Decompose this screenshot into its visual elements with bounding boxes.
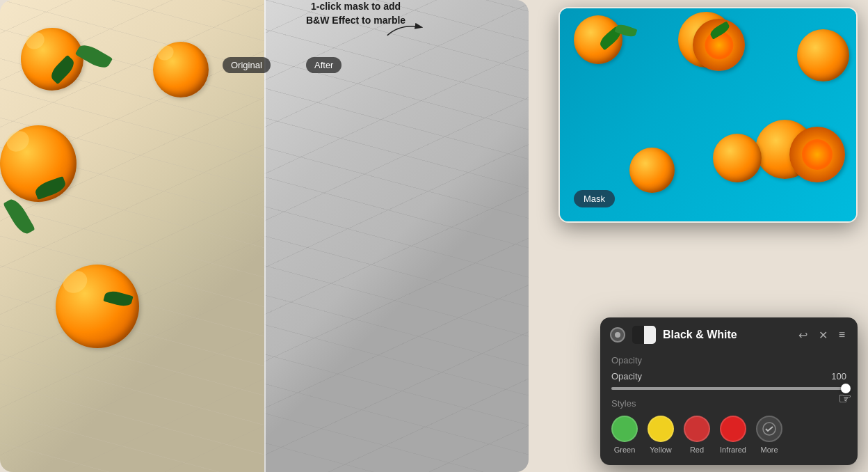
opacity-slider-track xyxy=(611,387,846,390)
bw-effect-icon xyxy=(632,326,656,344)
opacity-value: 100 xyxy=(831,371,846,381)
style-red-label: Red xyxy=(690,446,704,454)
orange-3 xyxy=(56,265,139,348)
style-infrared[interactable]: Infrared xyxy=(720,416,746,454)
opacity-label: Opacity xyxy=(611,371,642,381)
checkmark-circle-icon xyxy=(762,422,776,436)
opacity-section-label: Opacity xyxy=(600,351,858,368)
thumb-half-2 xyxy=(789,127,845,182)
panel-controls: ↩ ✕ ≡ xyxy=(796,327,848,343)
thumbnail-background: Mask xyxy=(560,8,856,221)
style-infrared-circle xyxy=(720,416,746,442)
style-green-circle xyxy=(611,416,638,442)
style-yellow-circle xyxy=(648,416,674,442)
style-yellow-label: Yellow xyxy=(650,446,671,454)
photo-comparison: Original After xyxy=(0,0,529,472)
orange-4 xyxy=(153,42,209,97)
mask-button[interactable]: Mask xyxy=(574,190,615,207)
after-label: After xyxy=(306,57,341,73)
thumb-orange-6 xyxy=(629,148,675,193)
styles-section-label: Styles xyxy=(611,398,846,409)
photo-after-side xyxy=(264,0,529,472)
style-red[interactable]: Red xyxy=(684,416,710,454)
leaf-4 xyxy=(3,196,35,237)
style-green-label: Green xyxy=(614,446,636,454)
bw-icon-light-half xyxy=(644,326,656,344)
more-circle-icon xyxy=(756,416,782,442)
panel-title: Black & White xyxy=(663,329,789,341)
thumbnail-photo: Mask xyxy=(558,7,858,223)
bw-panel: Black & White ↩ ✕ ≡ Opacity Opacity 100 … xyxy=(600,317,858,465)
style-more-label: More xyxy=(760,446,778,454)
thumb-orange-3 xyxy=(797,29,849,81)
style-infrared-label: Infrared xyxy=(720,446,746,454)
panel-status-icon xyxy=(610,327,625,343)
orange-1 xyxy=(21,28,83,91)
style-green[interactable]: Green xyxy=(611,416,638,454)
style-red-circle xyxy=(684,416,710,442)
style-yellow[interactable]: Yellow xyxy=(648,416,674,454)
cursor-hand-icon: ☞ xyxy=(838,390,852,408)
styles-section: Styles Green Yellow Red Infrared xyxy=(600,398,858,454)
panel-header: Black & White ↩ ✕ ≡ xyxy=(600,317,858,351)
style-more[interactable]: More xyxy=(756,416,782,454)
bw-icon-dark-half xyxy=(632,326,644,344)
undo-button[interactable]: ↩ xyxy=(796,327,810,343)
opacity-slider-fill xyxy=(611,387,846,390)
opacity-slider-container[interactable]: ☞ xyxy=(600,384,858,398)
close-button[interactable]: ✕ xyxy=(816,327,830,343)
opacity-row: Opacity 100 xyxy=(600,368,858,384)
original-label: Original xyxy=(223,57,271,73)
menu-button[interactable]: ≡ xyxy=(836,327,848,343)
styles-row: Green Yellow Red Infrared xyxy=(611,416,846,454)
thumb-orange-5 xyxy=(713,134,762,182)
